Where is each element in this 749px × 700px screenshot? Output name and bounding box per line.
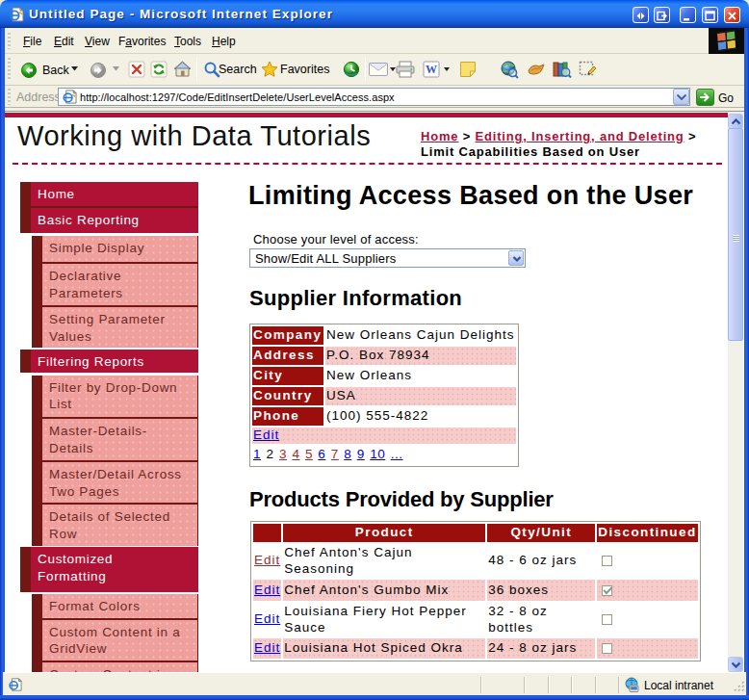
svg-text:W: W: [426, 63, 437, 76]
